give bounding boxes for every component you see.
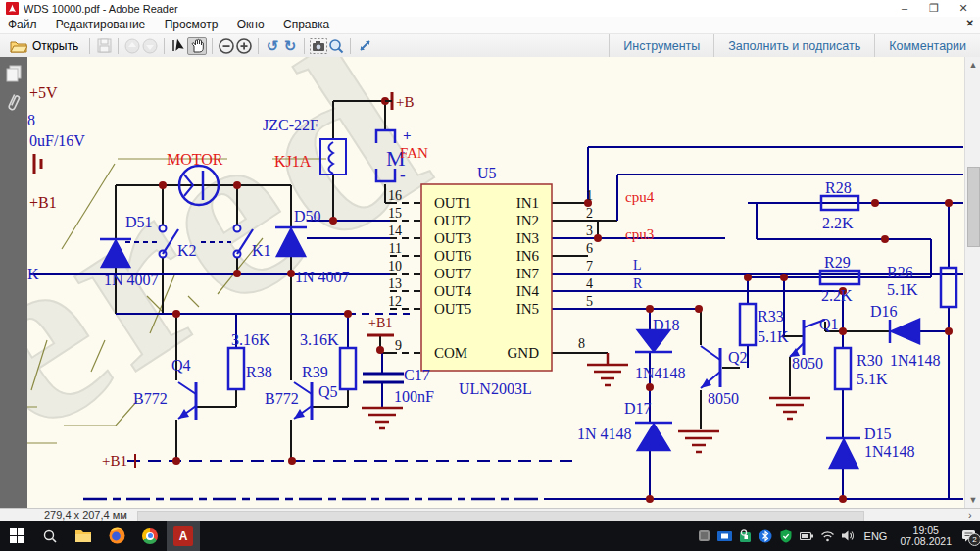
title-bar: WDS 10000.pdf - Adobe Reader – ❐ ✕ [0,0,980,17]
svg-text:IN4: IN4 [516,283,540,299]
label-u5: U5 [477,165,497,181]
menu-edit[interactable]: Редактирование [48,17,153,33]
label-partial-ref: 8 [27,112,35,128]
page-thumbnails-icon[interactable] [6,65,23,82]
scroll-right-icon[interactable]: › [968,509,972,521]
svg-text:OUT6: OUT6 [434,248,472,264]
svg-text:14: 14 [388,224,402,238]
svg-text:IN1: IN1 [516,195,539,211]
start-button[interactable] [0,521,33,551]
taskbar-search-button[interactable] [33,521,67,551]
label-k1: K1 [252,242,271,259]
label-d51-part: 1N 4007 [104,272,159,288]
label-d15-part: 1N4148 [864,443,915,460]
scroll-up-icon[interactable]: ▲ [965,60,980,70]
attachments-paperclip-icon[interactable] [7,92,21,114]
label-relay-model: JZC-22F [263,117,318,133]
adobe-reader-app-icon [6,2,19,15]
snapshot-icon[interactable] [310,38,327,54]
taskbar-clock[interactable]: 19:05 07.08.2021 [900,526,952,547]
adobe-reader-icon: A [173,526,193,546]
svg-text:12: 12 [388,294,402,309]
windows-logo-icon [10,528,24,543]
fullscreen-icon[interactable] [356,38,373,54]
menubar-close-icon[interactable]: ✕ [966,18,974,28]
label-k-partial: K [27,266,39,282]
menu-window[interactable]: Окно [229,17,272,33]
window-title: WDS 10000.pdf - Adobe Reader [24,3,178,15]
page-up-icon[interactable] [123,38,141,54]
tray-time: 19:05 [900,526,952,536]
tray-app-icon[interactable] [697,528,711,543]
svg-text:6: 6 [586,241,593,256]
select-tool-icon[interactable] [170,38,187,54]
label-relay-name: KJ1A [274,153,312,170]
save-icon[interactable] [95,38,113,54]
label-plusb1-bottom: +B1 [102,453,127,469]
label-r39: R39 [302,364,328,380]
hand-tool-icon[interactable] [187,37,207,55]
svg-text:2: 2 [586,206,593,221]
svg-text:COM: COM [434,345,467,361]
svg-text:9: 9 [395,338,402,353]
bluetooth-icon[interactable] [759,528,773,543]
vertical-scrollbar-thumb[interactable] [967,167,980,247]
maximize-button[interactable]: ❐ [919,1,949,16]
notification-center-icon[interactable]: 2 [961,528,976,543]
rotate-ccw-icon[interactable]: ↺ [264,38,281,54]
tools-button[interactable]: Инструменты [609,34,713,57]
security-shield-icon[interactable] [779,528,794,543]
battery-icon[interactable] [800,528,814,543]
tray-security-key-icon[interactable] [738,528,753,543]
svg-text:OUT2: OUT2 [434,213,471,228]
minimize-button[interactable]: – [890,1,919,16]
volume-icon[interactable] [841,528,856,543]
label-k2: K2 [177,242,197,259]
zoom-tool-icon[interactable] [327,38,345,54]
toolbar-separator [89,38,90,54]
label-fan-plus: + [403,127,412,143]
adobe-reader-taskbar-button[interactable]: A [167,521,200,551]
label-plusb: +B [396,94,414,110]
navigation-pane [0,57,27,521]
wifi-icon[interactable] [820,528,835,543]
menu-view[interactable]: Просмотр [157,17,226,33]
label-fan: FAN [400,145,428,161]
menu-file[interactable]: Файл [0,17,45,33]
open-button[interactable]: Открыть [4,36,84,56]
rotate-cw-icon[interactable]: ↻ [281,38,299,54]
fill-sign-button[interactable]: Заполнить и подписать [713,34,874,57]
scroll-down-icon[interactable]: ▼ [965,495,980,505]
svg-text:8: 8 [578,336,585,351]
page-down-icon[interactable] [141,38,159,54]
firefox-button[interactable] [100,521,133,551]
chrome-button[interactable] [133,521,167,551]
file-explorer-icon [74,528,92,543]
svg-text:IN2: IN2 [516,213,539,228]
file-explorer-button[interactable] [67,521,100,551]
label-d50: D50 [294,208,321,225]
comments-button[interactable]: Комментарии [874,34,980,57]
label-r26-val: 5.1K [887,281,918,298]
pdf-page[interactable]: tered [27,57,964,508]
chrome-icon [142,528,158,544]
svg-text:13: 13 [388,276,402,291]
svg-text:OUT1: OUT1 [434,195,471,211]
label-d51: D51 [125,214,153,230]
zoom-out-icon[interactable] [218,38,235,54]
label-motor: MOTOR [167,151,223,168]
toolbar-separator [118,38,119,54]
label-q5-part: B772 [265,390,299,407]
menu-help[interactable]: Справка [275,17,337,33]
language-indicator[interactable]: ENG [864,530,888,542]
zoom-in-icon[interactable] [235,38,253,54]
close-button[interactable]: ✕ [949,1,978,16]
scroll-left-icon[interactable]: ‹ [123,509,127,521]
vertical-scrollbar[interactable]: ▲ ▼ [964,57,980,508]
toolbar-separator [350,38,351,54]
circuit-schematic: +5V 8 0uF/16V +B1 K JZC-22F KJ1A MOTOR +… [27,57,964,508]
svg-text:7: 7 [586,259,593,274]
svg-text:5: 5 [586,294,593,309]
label-q2-part: 8050 [708,390,739,407]
tray-display-icon[interactable] [717,528,732,543]
